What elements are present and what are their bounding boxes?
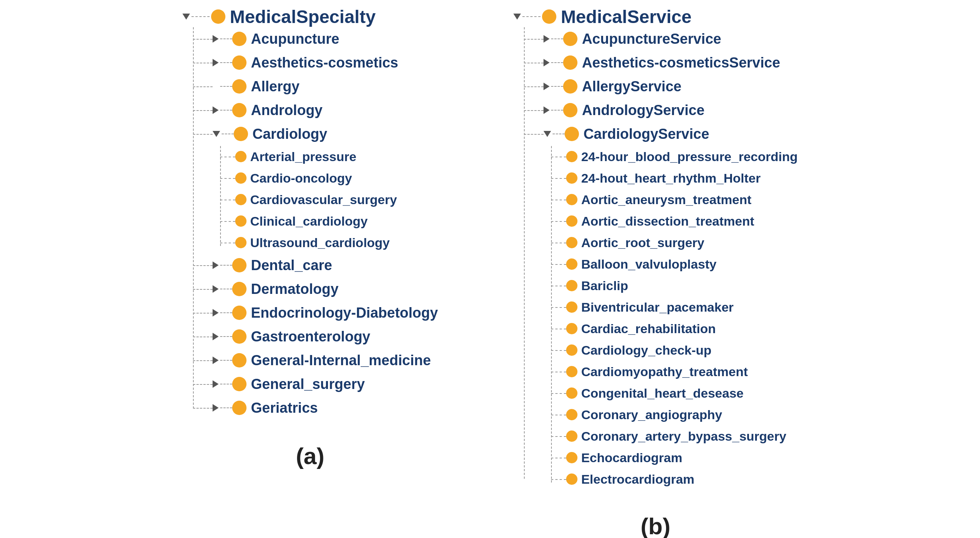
text-coronary-angio: Coronary_angiography — [581, 407, 722, 422]
cardiology-svc-children: 24-hour_blood_pressure_recording 24-hout… — [566, 146, 797, 490]
text-aesthetics: Aesthetics-cosmetics — [251, 55, 398, 71]
dot-biventricular — [566, 302, 578, 313]
dot-coronary-angio — [566, 409, 578, 420]
root-dot-b — [542, 10, 556, 24]
dot-aortic-aneurysm — [566, 194, 578, 205]
dot-aesthetics — [232, 56, 247, 70]
text-acupuncture-svc: AcupunctureService — [582, 31, 721, 47]
dot-arterial — [235, 151, 247, 162]
text-echocardiogram: Echocardiogram — [581, 450, 682, 465]
child-andrology: Andrology — [213, 99, 438, 122]
text-dental: Dental_care — [251, 257, 332, 273]
text-aesthetics-svc: Aesthetics-cosmeticsService — [582, 55, 780, 71]
dot-electrocardiogram — [566, 474, 578, 485]
dot-allergy — [232, 79, 247, 94]
text-cardiology: Cardiology — [253, 126, 327, 142]
dot-acupuncture-svc — [563, 32, 578, 46]
arrow-andrology[interactable] — [213, 106, 219, 114]
dot-endocrinology — [232, 306, 247, 320]
text-general-internal: General-Internal_medicine — [251, 352, 431, 369]
dot-cardiomyopathy — [566, 366, 578, 377]
gc-arterial: Arterial_pressure — [235, 146, 438, 168]
dot-cardio-onco — [235, 172, 247, 184]
arrow-general-surgery[interactable] — [213, 380, 219, 388]
gc-balloon: Balloon_valvuloplasty — [566, 254, 797, 275]
dot-congenital — [566, 388, 578, 399]
arrow-acupuncture-svc[interactable] — [544, 35, 550, 43]
root-arrow-down-b[interactable] — [513, 14, 521, 20]
text-allergy: Allergy — [251, 78, 300, 95]
text-acupuncture: Acupuncture — [251, 31, 339, 47]
children-block-b: AcupunctureService Aesthetics-cosmeticsS… — [544, 27, 797, 490]
gc-congenital: Congenital_heart_desease — [566, 383, 797, 404]
arrow-geriatrics[interactable] — [213, 404, 219, 412]
text-aortic-dissection: Aortic_dissection_treatment — [581, 214, 754, 228]
dot-general-internal — [232, 353, 247, 367]
child-geriatrics: Geriatrics — [213, 396, 438, 420]
arrow-dermatology[interactable] — [213, 285, 219, 293]
dot-dental — [232, 258, 247, 272]
arrow-allergy-svc[interactable] — [544, 83, 550, 90]
tree-b-wrapper: MedicalService AcupunctureService — [498, 0, 813, 498]
panel-a: MedicalSpecialty Acupuncture — [167, 0, 453, 469]
arrow-general-internal[interactable] — [213, 356, 219, 364]
text-balloon: Balloon_valvuloplasty — [581, 257, 716, 271]
dot-clinical — [235, 216, 247, 227]
root-node-b: MedicalService — [513, 6, 797, 27]
arrow-aesthetics[interactable] — [213, 59, 219, 66]
arrow-aesthetics-svc[interactable] — [544, 59, 550, 66]
child-aesthetics-svc: Aesthetics-cosmeticsService — [544, 51, 797, 75]
child-cardiology-svc: CardiologyService — [544, 122, 797, 146]
text-aortic-aneurysm: Aortic_aneurysm_treatment — [581, 192, 752, 207]
dot-ultrasound — [235, 237, 247, 248]
text-geriatrics: Geriatrics — [251, 400, 318, 416]
dot-coronary-bypass — [566, 431, 578, 442]
dot-cardiac-rehab — [566, 323, 578, 334]
dot-andrology — [232, 103, 247, 117]
child-gastro: Gastroenterology — [213, 325, 438, 349]
text-ultrasound: Ultrasound_cardiology — [250, 235, 390, 250]
arrow-cardiology-svc[interactable] — [544, 131, 551, 137]
child-cardiology: Cardiology — [213, 122, 438, 146]
dot-andrology-svc — [563, 103, 578, 117]
main-container: MedicalSpecialty Acupuncture — [0, 0, 980, 538]
gc-biventricular: Biventricular_pacemaker — [566, 297, 797, 318]
arrow-gastro[interactable] — [213, 333, 219, 340]
dot-bariclip — [566, 280, 578, 291]
gc-24hr-holter: 24-hout_heart_rhythm_Holter — [566, 168, 797, 189]
text-congenital: Congenital_heart_desease — [581, 386, 744, 401]
dot-cardiology-svc — [565, 127, 579, 141]
dot-aesthetics-svc — [563, 56, 578, 70]
text-allergy-svc: AllergyService — [582, 78, 681, 95]
arrow-acupuncture[interactable] — [213, 35, 219, 43]
text-cardiovasc: Cardiovascular_surgery — [250, 192, 397, 207]
text-cardiac-rehab: Cardiac_rehabilitation — [581, 321, 716, 336]
panel-a-label: (a) — [296, 442, 325, 469]
gc-aortic-dissection: Aortic_dissection_treatment — [566, 211, 797, 232]
arrow-cardiology[interactable] — [213, 131, 220, 137]
text-electrocardiogram: Electrocardiogram — [581, 472, 694, 487]
text-cardiology-checkup: Cardiology_check-up — [581, 343, 712, 358]
text-gastro: Gastroenterology — [251, 329, 371, 345]
root-text-b: MedicalService — [561, 6, 692, 27]
root-arrow-down-a[interactable] — [183, 14, 190, 20]
gc-cardio-onco: Cardio-oncology — [235, 168, 438, 189]
root-hline-a — [191, 16, 210, 17]
arrow-andrology-svc[interactable] — [544, 106, 550, 114]
arrow-dental[interactable] — [213, 262, 219, 269]
dot-aortic-root — [566, 237, 578, 248]
gc-cardiomyopathy: Cardiomyopathy_treatment — [566, 361, 797, 383]
text-aortic-root: Aortic_root_surgery — [581, 235, 705, 250]
gc-coronary-bypass: Coronary_artery_bypass_surgery — [566, 426, 797, 447]
text-dermatology: Dermatology — [251, 281, 339, 297]
root-text-a: MedicalSpecialty — [230, 6, 376, 27]
text-cardio-onco: Cardio-oncology — [250, 171, 352, 186]
dot-aortic-dissection — [566, 216, 578, 227]
child-acupuncture-svc: AcupunctureService — [544, 27, 797, 51]
tree-a-wrapper: MedicalSpecialty Acupuncture — [167, 0, 453, 428]
child-acupuncture: Acupuncture — [213, 27, 438, 51]
text-arterial: Arterial_pressure — [250, 149, 356, 164]
text-andrology: Andrology — [251, 102, 323, 118]
arrow-endocrinology[interactable] — [213, 309, 219, 316]
gc-cardiology-checkup: Cardiology_check-up — [566, 340, 797, 361]
